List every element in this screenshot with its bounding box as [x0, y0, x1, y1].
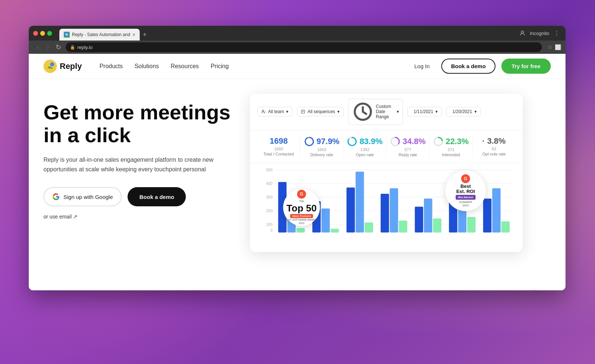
svg-text:200: 200: [266, 209, 273, 213]
book-demo-button[interactable]: Book a demo: [441, 59, 495, 74]
tab-close-icon[interactable]: ×: [132, 32, 135, 37]
svg-rect-42: [356, 172, 364, 232]
email-signup-link[interactable]: or use email ↗: [44, 214, 235, 220]
svg-point-0: [521, 31, 523, 33]
address-bar[interactable]: 🔒 reply.io: [66, 42, 542, 52]
svg-rect-44: [381, 194, 389, 232]
new-tab-button[interactable]: +: [140, 29, 150, 41]
svg-rect-41: [347, 188, 355, 232]
menu-icon[interactable]: ⋮: [552, 29, 561, 38]
sequences-icon: [301, 109, 305, 114]
hero-subtitle: Reply is your all-in-one sales engagemen…: [44, 155, 220, 174]
svg-point-3: [262, 110, 264, 112]
logo-text: Reply: [60, 62, 82, 71]
active-tab[interactable]: R Reply - Sales Automation and ×: [59, 29, 140, 41]
stat-reply-value: 34.8%: [403, 137, 425, 146]
stat-open: 83.9% 1392 Open rate: [344, 136, 387, 157]
login-button[interactable]: Log In: [408, 60, 436, 72]
refresh-button[interactable]: ↻: [54, 43, 63, 52]
google-icon: [52, 193, 60, 200]
g2-sales-badge: Sales Products: [290, 214, 313, 218]
date-range-chevron: ▾: [397, 109, 399, 114]
back-button[interactable]: ‹: [33, 43, 42, 52]
traffic-lights: [33, 31, 52, 36]
date-to-input[interactable]: 1/20/2021 ▾: [446, 107, 480, 116]
dashboard-stats: 1698 1660 Total / Contacted: [250, 130, 523, 163]
g2-top-number: Top 50: [286, 203, 317, 214]
bookmark-icon[interactable]: ☆: [548, 44, 553, 50]
team-filter[interactable]: All team ▾: [257, 107, 292, 116]
svg-rect-49: [433, 218, 442, 232]
split-view-icon[interactable]: ⬜: [555, 44, 561, 50]
team-icon: [261, 109, 266, 114]
stat-total: 1698 1660 Total / Contacted: [257, 136, 300, 157]
svg-rect-43: [365, 223, 373, 232]
browser-addressbar: ‹ › ↻ 🔒 reply.io ☆ ⬜: [29, 41, 566, 54]
g2-logo-roi: G: [461, 174, 470, 183]
site-navbar: Reply Products Solutions Resources Prici…: [29, 54, 566, 79]
hero-right: All team ▾ All sequences ▾ Custom Date R…: [235, 94, 551, 290]
tab-title: Reply - Sales Automation and: [72, 32, 130, 37]
browser-content: Reply Products Solutions Resources Prici…: [29, 54, 566, 290]
stat-reply-sub: 577: [389, 147, 426, 152]
nav-products[interactable]: Products: [100, 63, 123, 70]
maximize-button[interactable]: [47, 31, 52, 36]
nav-right: Log In Book a demo Try for free: [408, 59, 551, 74]
hero-demo-button[interactable]: Book a demo: [128, 187, 186, 206]
dashboard-panel: All team ▾ All sequences ▾ Custom Date R…: [250, 94, 523, 252]
date-range-filter[interactable]: Custom Date Range ▾: [348, 99, 403, 125]
dashboard-toolbar: All team ▾ All sequences ▾ Custom Date R…: [250, 94, 523, 130]
stat-delivery-value: 97.9%: [317, 137, 340, 146]
minimize-button[interactable]: [40, 31, 45, 36]
team-filter-label: All team: [268, 109, 284, 114]
address-bar-actions: ☆ ⬜: [548, 44, 561, 50]
stat-optouts-value: 3.8%: [487, 136, 505, 146]
logo[interactable]: Reply: [44, 60, 82, 73]
nav-buttons: ‹ › ↻: [33, 43, 63, 52]
svg-rect-39: [321, 209, 330, 232]
stat-reply-label: Reply rate: [389, 153, 426, 157]
svg-rect-55: [501, 221, 510, 232]
svg-point-17: [305, 137, 313, 146]
svg-rect-48: [424, 199, 432, 232]
google-signup-button[interactable]: Sign up with Google: [44, 187, 122, 206]
sequences-filter[interactable]: All sequences ▾: [297, 107, 344, 116]
date-from-chevron: ▾: [435, 109, 438, 114]
svg-text:500: 500: [266, 168, 273, 172]
profile-icon[interactable]: [518, 29, 527, 38]
delivery-circle: [304, 136, 314, 147]
clock-icon: [352, 101, 374, 123]
g2-top-label: Top: [299, 199, 304, 203]
stat-delivery: 97.9% 1663 Delivery rate: [300, 136, 344, 157]
optout-dot: •: [483, 138, 484, 144]
url-text: reply.io: [77, 45, 93, 50]
lock-icon: 🔒: [70, 45, 75, 50]
reply-circle: [390, 136, 400, 147]
stat-interested-sub: 371: [432, 147, 469, 152]
hero-left: Get more meetings in a click Reply is yo…: [44, 94, 235, 290]
tab-bar: R Reply - Sales Automation and × +: [59, 26, 150, 41]
nav-resources[interactable]: Resources: [171, 63, 199, 70]
date-from-value: 1/11/2021: [414, 109, 433, 114]
try-free-button[interactable]: Try for free: [501, 59, 551, 74]
nav-pricing[interactable]: Pricing: [210, 63, 229, 70]
hero-ctas: Sign up with Google Book a demo: [44, 187, 235, 206]
svg-text:300: 300: [266, 195, 273, 199]
g2-roi-badge: G BestEst. ROI Mid-Market SUMMER2022: [445, 171, 486, 211]
date-to-chevron: ▾: [474, 109, 477, 114]
g2-roi-title: BestEst. ROI: [456, 184, 475, 195]
google-signup-label: Sign up with Google: [63, 194, 113, 200]
svg-text:0: 0: [270, 228, 272, 232]
interested-circle: [433, 136, 443, 147]
svg-rect-45: [390, 188, 398, 232]
nav-solutions[interactable]: Solutions: [135, 63, 159, 70]
stat-interested-label: Interested: [432, 153, 469, 157]
close-button[interactable]: [33, 31, 38, 36]
stat-open-sub: 1392: [347, 147, 383, 152]
forward-button[interactable]: ›: [44, 43, 52, 52]
open-circle: [347, 136, 357, 147]
svg-rect-40: [331, 229, 339, 232]
date-from-input[interactable]: 1/11/2021 ▾: [407, 107, 442, 116]
hero-section: Get more meetings in a click Reply is yo…: [29, 79, 566, 290]
browser-controls: Incognito ⋮: [518, 26, 561, 41]
